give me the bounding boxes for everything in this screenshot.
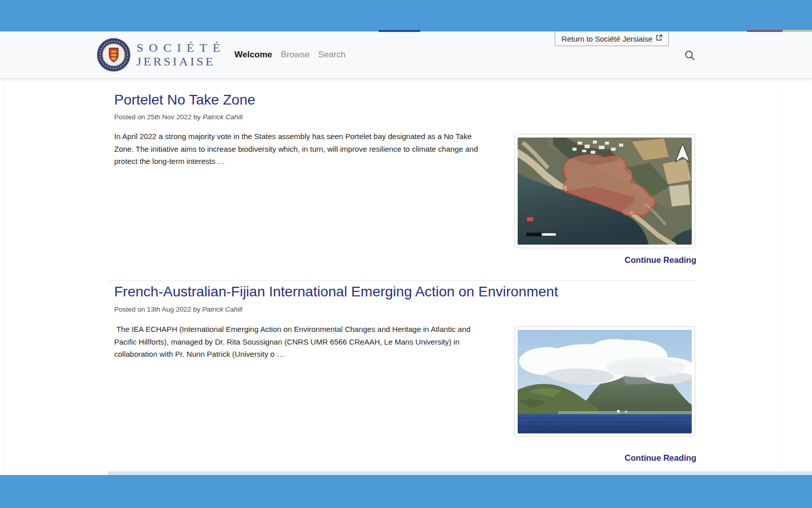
post-author: Patrick Cahill	[202, 306, 242, 313]
post-thumbnail-island[interactable]	[514, 326, 695, 437]
nav-item-browse[interactable]: Browse	[281, 50, 310, 60]
post-excerpt: In April 2022 a strong majority vote in …	[114, 130, 489, 168]
topbar-green-strip	[783, 30, 812, 32]
post-title[interactable]: French-Australian-Fijian International E…	[114, 284, 558, 300]
post-date: Posted on 13th Aug 2022 by	[114, 306, 202, 313]
page: SOCIÉTÉ JERSIAISE Welcome Browse Search …	[0, 0, 812, 508]
return-to-societe-jersiaise-button[interactable]: Return to Société Jersiaise	[555, 31, 669, 46]
return-button-label: Return to Société Jersiaise	[561, 35, 652, 43]
site-header: SOCIÉTÉ JERSIAISE Welcome Browse Search …	[0, 31, 812, 79]
post-meta: Posted on 25th Nov 2022 by Patrick Cahil…	[114, 113, 243, 121]
nav-item-welcome[interactable]: Welcome	[234, 50, 272, 60]
post-divider	[108, 280, 696, 281]
portelet-bay-map-image	[518, 138, 692, 245]
footer-blue-bar	[0, 475, 812, 508]
continue-reading-link[interactable]: Continue Reading	[625, 453, 696, 463]
post-date: Posted on 25th Nov 2022 by	[114, 113, 202, 121]
logo-line2: JERSIAISE	[137, 55, 226, 69]
pre-footer-strip	[108, 471, 812, 475]
topbar-navy-strip	[379, 30, 420, 32]
post-thumbnail-map[interactable]	[514, 134, 695, 248]
site-logo[interactable]: SOCIÉTÉ JERSIAISE	[97, 38, 226, 72]
logo-wordmark: SOCIÉTÉ JERSIAISE	[137, 41, 226, 69]
external-link-icon	[656, 35, 662, 41]
post-author: Patrick Cahill	[202, 113, 243, 121]
post-meta: Posted on 13th Aug 2022 by Patrick Cahil…	[114, 306, 242, 313]
page-edge-right	[782, 79, 782, 471]
post-excerpt: The IEA ECHAPH (International Emerging A…	[114, 323, 489, 361]
top-blue-bar	[0, 0, 812, 31]
page-edge-left	[4, 79, 4, 471]
continue-reading-link[interactable]: Continue Reading	[625, 255, 696, 265]
blog-post-list: Portelet No Take Zone Posted on 25th Nov…	[108, 79, 696, 475]
search-icon	[684, 50, 695, 61]
island-photo-image	[518, 330, 692, 433]
topbar-purple-strip	[747, 30, 783, 32]
logo-line1: SOCIÉTÉ	[137, 41, 226, 55]
main-nav: Welcome Browse Search	[234, 50, 346, 60]
nav-item-search[interactable]: Search	[318, 50, 346, 60]
post-title[interactable]: Portelet No Take Zone	[114, 92, 255, 108]
societe-jersiaise-seal-icon	[97, 38, 130, 72]
search-button[interactable]	[684, 50, 695, 61]
